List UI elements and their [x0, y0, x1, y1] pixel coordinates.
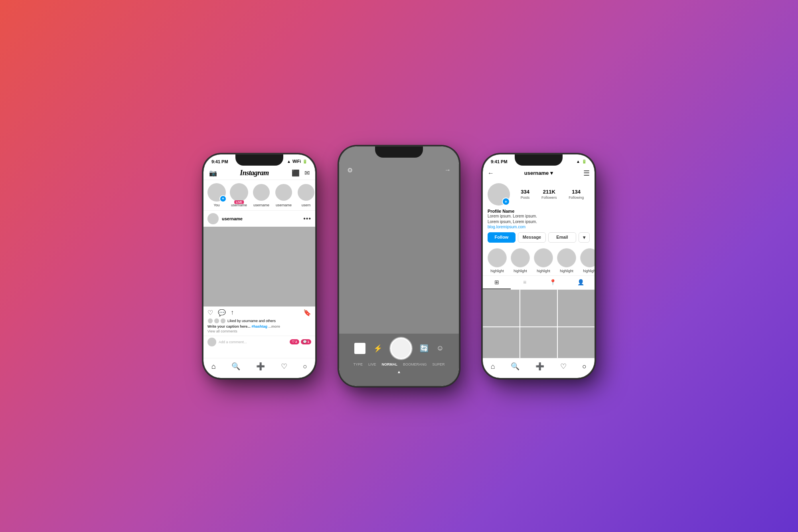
bio-link[interactable]: blog.loremipsum.com	[488, 225, 590, 229]
camera-mode-live[interactable]: LIVE	[368, 362, 376, 366]
camera-controls: ⚡ 🔄 ☺	[354, 338, 444, 359]
send-icon[interactable]: ✉	[304, 169, 310, 177]
camera-icon[interactable]: 📷	[209, 169, 217, 177]
camera-top-bar: ⚙ →	[339, 146, 459, 178]
post-more-button[interactable]: •••	[303, 215, 311, 222]
nav-add-p[interactable]: ➕	[535, 362, 544, 371]
grid-cell-3[interactable]	[558, 290, 595, 326]
camera-gallery-button[interactable]	[354, 343, 365, 354]
share-button[interactable]: ↑	[231, 309, 234, 316]
dropdown-chevron-icon[interactable]: ▾	[550, 170, 553, 176]
profile-stats: 334 Posts 211K Followers 134 Following	[483, 180, 595, 209]
comment-badges: ♡ 2 💬 1	[290, 339, 311, 344]
profile-menu-button[interactable]: ☰	[583, 169, 590, 178]
profile-action-buttons: Follow Message Email ▾	[483, 232, 595, 246]
view-comments[interactable]: View all comments	[207, 329, 311, 333]
highlight-2[interactable]: highlight	[511, 248, 530, 273]
tab-tagged[interactable]: 👤	[567, 276, 595, 289]
bookmark-button[interactable]: 🔖	[303, 309, 311, 316]
post-avatar	[207, 213, 219, 224]
signal-icon: ▲	[287, 159, 291, 164]
dropdown-button[interactable]: ▾	[579, 232, 590, 243]
status-time-profile: 9:41 PM	[491, 159, 508, 164]
tab-location[interactable]: 📍	[539, 276, 567, 289]
nav-add[interactable]: ➕	[256, 362, 265, 371]
nav-search-p[interactable]: 🔍	[511, 362, 519, 371]
story-item-1[interactable]: username	[230, 183, 248, 207]
story-item-4[interactable]: usern	[297, 183, 315, 207]
story-item-2[interactable]: username	[252, 183, 271, 207]
followers-stat[interactable]: 211K Followers	[541, 189, 557, 200]
camera-effects-button[interactable]: ☺	[437, 344, 444, 352]
highlight-4[interactable]: highlight	[557, 248, 576, 273]
nav-home-p[interactable]: ⌂	[491, 362, 495, 371]
highlight-3[interactable]: highlight	[534, 248, 553, 273]
follow-button[interactable]: Follow	[488, 232, 516, 243]
story-item-you[interactable]: You	[207, 183, 226, 207]
highlight-label-4: highlight	[560, 269, 573, 273]
highlight-1[interactable]: highlight	[488, 248, 507, 273]
status-bar-profile: 9:41 PM ▲ 🔋	[483, 154, 595, 166]
camera-mode-super[interactable]: SUPER	[433, 362, 445, 366]
posts-label: Posts	[521, 196, 530, 200]
hashtag-text[interactable]: #hashtag	[251, 324, 267, 328]
highlights-row: highlight highlight highlight highlight …	[483, 246, 595, 276]
post-caption: Write your caption here... #hashtag ...m…	[207, 324, 311, 328]
post-info: Liked by usurname and others Write your …	[203, 318, 315, 336]
comment-badge: 💬 1	[301, 339, 311, 344]
highlight-label-3: highlight	[537, 269, 550, 273]
profile-screen: 9:41 PM ▲ 🔋 ← username ▾ ☰	[483, 154, 595, 378]
comment-input[interactable]: Add a comment...	[219, 340, 287, 344]
profile-picture[interactable]	[488, 183, 510, 206]
liked-dot-2	[214, 318, 219, 324]
story-label-2: username	[253, 203, 269, 207]
profile-username-title: username ▾	[524, 170, 553, 176]
nav-profile[interactable]: ○	[303, 362, 307, 371]
camera-mode-normal[interactable]: NORMAL	[382, 362, 398, 366]
phone-profile: 9:41 PM ▲ 🔋 ← username ▾ ☰	[483, 154, 595, 378]
grid-cell-1[interactable]	[483, 290, 519, 326]
video-icon[interactable]: ⬛	[292, 169, 300, 177]
feed-screen: 9:41 PM ▲ WiFi 🔋 📷 Instagram ⬛ ✉	[203, 154, 315, 378]
battery-icon: 🔋	[302, 159, 307, 164]
back-button[interactable]: ←	[488, 170, 494, 177]
message-button[interactable]: Message	[518, 232, 546, 243]
camera-bottom-bar: ⚡ 🔄 ☺ TYPE LIVE NORMAL BOOMERANG SUPER ▲	[339, 334, 459, 386]
camera-shutter-button[interactable]	[390, 338, 412, 359]
highlight-5[interactable]: highlight	[580, 248, 595, 273]
camera-mode-boomerang[interactable]: BOOMERANG	[403, 362, 427, 366]
highlight-circle-4	[557, 248, 576, 267]
comment-button[interactable]: 💬	[218, 309, 226, 316]
email-button[interactable]: Email	[548, 232, 576, 243]
nav-home[interactable]: ⌂	[211, 362, 216, 371]
story-avatar-2	[252, 183, 271, 202]
following-stat[interactable]: 134 Following	[569, 189, 584, 200]
posts-stat: 334 Posts	[521, 189, 530, 200]
liked-text: Liked by usurname and others	[227, 319, 276, 323]
profile-tabs: ⊞ ≡ 📍 👤	[483, 276, 595, 290]
camera-mode-type[interactable]: TYPE	[353, 362, 363, 366]
nav-heart-p[interactable]: ♡	[560, 362, 567, 371]
followers-label: Followers	[541, 196, 557, 200]
nav-heart[interactable]: ♡	[281, 362, 287, 371]
phone-feed: 9:41 PM ▲ WiFi 🔋 📷 Instagram ⬛ ✉	[203, 154, 315, 378]
liked-dot-1	[207, 318, 213, 324]
bio-line1: Lorem ipsum. Lorem ipsum.	[488, 214, 590, 219]
post-actions-left: ♡ 💬 ↑	[207, 309, 234, 316]
tab-list[interactable]: ≡	[511, 276, 539, 289]
nav-profile-p[interactable]: ○	[582, 362, 587, 371]
tab-grid[interactable]: ⊞	[483, 276, 511, 289]
camera-flash-button[interactable]: ⚡	[373, 344, 382, 353]
like-button[interactable]: ♡	[207, 309, 213, 316]
story-item-3[interactable]: username	[275, 183, 293, 207]
post-user-info: username	[207, 213, 243, 224]
highlight-label-1: highlight	[490, 269, 504, 273]
highlight-circle-2	[511, 248, 530, 267]
camera-forward-icon[interactable]: →	[444, 166, 451, 174]
camera-flip-button[interactable]: 🔄	[420, 344, 429, 353]
nav-search[interactable]: 🔍	[231, 362, 240, 371]
grid-cell-2[interactable]	[520, 290, 557, 326]
camera-settings-icon[interactable]: ⚙	[347, 166, 353, 174]
camera-chevron-icon: ▲	[397, 370, 401, 374]
more-text[interactable]: ...more	[268, 324, 280, 328]
